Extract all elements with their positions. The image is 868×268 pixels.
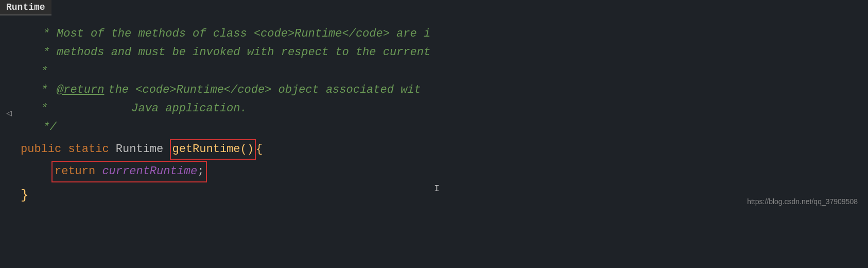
- space4: [95, 162, 102, 181]
- watermark-url: https://blog.csdn.net/qq_37909508: [747, 196, 858, 208]
- method-name-highlight: getRuntime(): [170, 139, 255, 160]
- space3: [163, 140, 170, 159]
- brace-open: {: [256, 140, 263, 159]
- scroll-left-indicator[interactable]: ◁: [6, 106, 12, 122]
- space1: [61, 140, 68, 159]
- keyword-static: static: [68, 140, 109, 159]
- semicolon: ;: [197, 162, 204, 181]
- variable-current-runtime: currentRuntime: [102, 162, 197, 181]
- comment-text-1: * Most of the methods of class <code>Run…: [43, 25, 431, 43]
- cursor-symbol: I: [434, 183, 440, 194]
- comment-star-3: *: [21, 62, 48, 81]
- comment-java-app: Java application.: [131, 99, 247, 118]
- comment-line-3: *: [21, 62, 847, 81]
- close-brace: }: [21, 185, 29, 207]
- return-keyword: return: [55, 162, 95, 181]
- watermark-text: https://blog.csdn.net/qq_37909508: [747, 197, 858, 206]
- comment-line-6: */: [21, 118, 847, 137]
- comment-line-4: * @return the <code>Runtime</code> objec…: [21, 81, 847, 99]
- comment-text-2: * methods and must be invoked with respe…: [43, 43, 431, 62]
- comment-star-5: *: [21, 99, 129, 118]
- code-area: ◁ * Most of the methods of class <code>R…: [0, 15, 868, 212]
- return-type: Runtime: [116, 140, 163, 159]
- title-bar-background: Runtime: [0, 0, 51, 15]
- comment-star-6: [21, 118, 41, 137]
- comment-line-5: * Java application.: [21, 99, 847, 118]
- window-title: Runtime: [6, 2, 45, 12]
- cursor-indicator: I: [434, 181, 440, 197]
- comment-close: */: [43, 118, 57, 137]
- keyword-public: public: [21, 140, 61, 159]
- comment-return-tag: @return: [57, 81, 104, 99]
- return-highlighted: return currentRuntime ;: [51, 161, 207, 182]
- space2: [109, 140, 116, 159]
- comment-star-4: *: [21, 81, 55, 99]
- comment-return-text: the <code>Runtime</code> object associat…: [108, 81, 421, 99]
- comment-star-1: [21, 25, 41, 43]
- comment-star-2: [21, 43, 41, 62]
- title-bar: Runtime: [0, 0, 868, 15]
- return-statement-line: return currentRuntime ;: [21, 161, 847, 182]
- method-signature-line: public static Runtime getRuntime() {: [21, 139, 847, 160]
- comment-line-2: * methods and must be invoked with respe…: [21, 43, 847, 62]
- comment-line-1: * Most of the methods of class <code>Run…: [21, 25, 847, 43]
